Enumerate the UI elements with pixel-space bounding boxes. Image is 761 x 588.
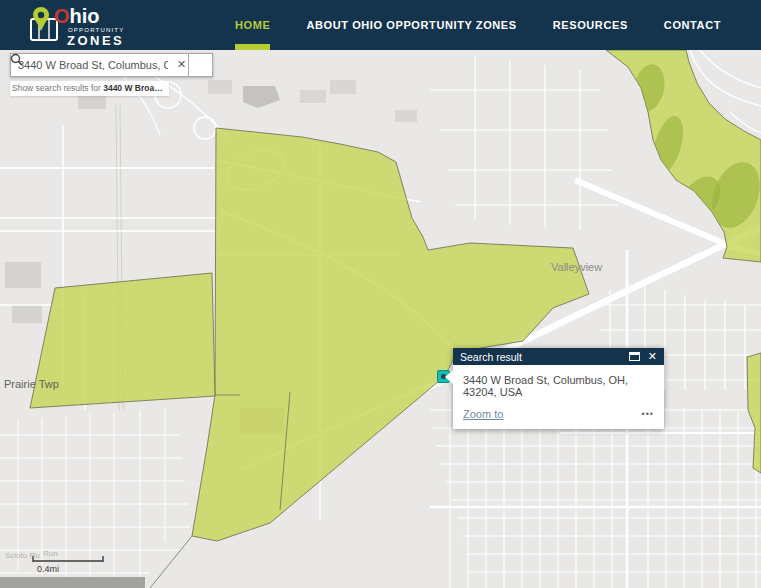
map-canvas[interactable]: Valleyview Prairie Twp Scioto Ru Run 0.4… [0,50,761,588]
base-map [0,50,761,588]
popup-header: Search result ✕ [453,348,664,365]
search-widget: ✕ Show search results for 3440 W Broa… [10,53,213,96]
popup-footer: Zoom to ••• [453,400,664,429]
top-navbar: Ohio OPPORTUNITY ZONES HOME ABOUT OHIO O… [0,0,761,50]
place-label-prairie-twp: Prairie Twp [4,378,59,390]
logo-subtitle: OPPORTUNITY [68,27,124,33]
place-label-valleyview: Valleyview [551,261,602,273]
attribution-bar [0,577,145,588]
nav-item-about[interactable]: ABOUT OHIO OPPORTUNITY ZONES [306,0,516,50]
site-logo[interactable]: Ohio OPPORTUNITY ZONES [26,0,124,50]
creek-label: Scioto Ru [5,551,40,560]
popup-title: Search result [460,351,629,363]
maximize-icon[interactable] [629,352,640,361]
search-input[interactable] [10,53,188,77]
nav-item-home[interactable]: HOME [235,0,270,50]
clear-search-icon[interactable]: ✕ [177,58,186,71]
nav-menu: HOME ABOUT OHIO OPPORTUNITY ZONES RESOUR… [235,0,761,50]
zoom-to-link[interactable]: Zoom to [463,408,503,420]
search-results-note[interactable]: Show search results for 3440 W Broa… [10,81,169,96]
more-options-icon[interactable]: ••• [642,409,654,419]
popup-address: 3440 W Broad St, Columbus, OH, 43204, US… [453,365,664,400]
search-button[interactable] [188,53,213,77]
scale-bar-label: 0.4mi [37,564,59,574]
close-icon[interactable]: ✕ [648,351,657,362]
logo-subtitle2: ZONES [67,34,124,47]
creek-label-2: Run [43,549,58,558]
nav-item-contact[interactable]: CONTACT [664,0,721,50]
search-icon [10,53,23,66]
popup-pointer [445,369,454,385]
search-result-popup: Search result ✕ 3440 W Broad St, Columbu… [453,348,664,429]
nav-item-resources[interactable]: RESOURCES [553,0,628,50]
logo-title: Ohio [54,6,124,26]
